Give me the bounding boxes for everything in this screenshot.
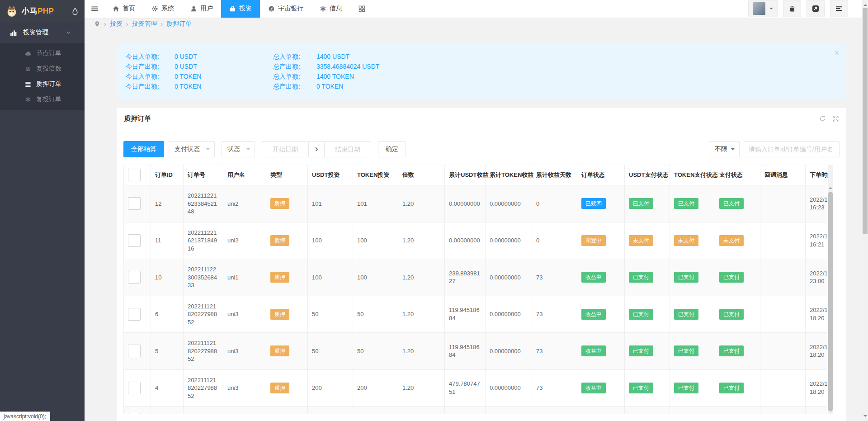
scroll-up-arrow-icon[interactable] (863, 2, 867, 6)
breadcrumb-link-投资[interactable]: 投资 (110, 20, 123, 28)
type-cell: 质押 (266, 259, 308, 296)
sidebar-item-复投订单[interactable]: 复投订单 (0, 92, 85, 107)
order-status-cell: 收益中 (577, 259, 625, 296)
sidebar-group-investment[interactable]: 投资管理 (0, 22, 85, 43)
order-id-cell (151, 407, 184, 415)
row-checkbox[interactable] (128, 197, 141, 210)
token-profit-cell (486, 407, 532, 415)
user-avatar-dropdown[interactable] (748, 0, 778, 17)
sidebar-menu: 投资管理 节点订单₪复投倍数质押订单复投订单 (0, 22, 85, 110)
username-cell: uni2 (223, 222, 266, 259)
breadcrumb: ›投资›投资管理›质押订单 (85, 18, 868, 31)
nav-item-首页[interactable]: 首页 (104, 0, 143, 18)
order-status-cell: 闲置中 (577, 222, 625, 259)
settle-all-button[interactable]: 全部结算 (123, 141, 164, 157)
row-checkbox[interactable] (128, 234, 141, 247)
stat-value: 0 TOKEN (316, 81, 837, 91)
row-checkbox[interactable] (128, 308, 141, 321)
usdt-pay-status-badge: 已支付 (629, 345, 653, 356)
row-checkbox[interactable] (128, 382, 141, 394)
close-icon[interactable]: × (834, 49, 839, 57)
column-header-TOKEN投资: TOKEN投资 (353, 165, 398, 185)
scroll-down-arrow-icon[interactable] (863, 415, 867, 419)
table-scrollbar-thumb[interactable] (828, 192, 833, 412)
column-header-累计收益天数: 累计收益天数 (532, 165, 577, 185)
panel-header: 质押订单 (117, 108, 846, 130)
row-checkbox[interactable] (128, 413, 141, 414)
open-in-new-button[interactable] (807, 0, 825, 17)
stat-label: 今日入单额: (126, 52, 175, 61)
hamburger-menu-icon[interactable] (85, 0, 104, 18)
sidebar-item-质押订单[interactable]: 质押订单 (0, 76, 85, 92)
scroll-up-arrow-icon[interactable] (829, 185, 832, 189)
row-checkbox[interactable] (128, 345, 141, 357)
column-header-订单号: 订单号 (184, 165, 223, 185)
nav-item-宇宙银行[interactable]: 宇宙银行 (260, 0, 311, 18)
column-header-倍数: 倍数 (398, 165, 445, 185)
sidebar-item-复投倍数[interactable]: ₪复投倍数 (0, 61, 85, 76)
callback-message-cell (760, 185, 806, 222)
table-scrollbar[interactable] (828, 165, 833, 414)
stat-value: 1400 TOKEN (316, 71, 837, 81)
type-cell (266, 407, 308, 415)
breadcrumb-link-质押订单[interactable]: 质押订单 (166, 20, 192, 28)
token-pay-status-badge: 未支付 (674, 235, 698, 246)
caret-down-icon (769, 8, 773, 11)
nav-item-apps[interactable] (350, 0, 373, 18)
breadcrumb-separator: › (100, 20, 110, 28)
date-range-arrow-icon[interactable] (309, 141, 324, 157)
type-badge: 质押 (270, 309, 289, 320)
status-select[interactable]: 状态 (222, 141, 255, 157)
table-row: 1120221122162137184916uni2质押1001001.200.… (124, 222, 827, 259)
sidebar-item-节点订单[interactable]: 节点订单 (0, 46, 85, 61)
stat-label: 总产出额: (273, 81, 316, 91)
page-scrollbar-thumb[interactable] (863, 8, 868, 234)
end-date-input[interactable] (324, 141, 371, 157)
pay-status-badge: 已支付 (719, 198, 744, 209)
clear-cache-button[interactable] (783, 0, 801, 17)
cloud-icon (24, 50, 32, 57)
nav-item-label: 用户 (200, 5, 213, 13)
fullscreen-icon[interactable] (832, 115, 839, 122)
type-badge: 质押 (270, 235, 289, 246)
row-checkbox[interactable] (128, 271, 141, 284)
order-id-cell: 6 (151, 296, 184, 333)
confirm-button[interactable]: 确定 (378, 141, 406, 157)
start-date-input[interactable] (262, 141, 309, 157)
app-root: 小马PHP 投资管理 节点订单₪复投倍数质押订单复投订单 首页系统用户投资宇宙银… (0, 0, 868, 421)
usdt-invest-cell: 100 (308, 259, 353, 296)
chevron-down-icon (66, 30, 71, 35)
usdt-profit-cell: 119.94518684 (445, 296, 486, 333)
page-scrollbar[interactable] (862, 0, 868, 421)
usdt-profit-cell: 119.94518684 (445, 333, 486, 370)
more-list-button[interactable] (830, 0, 848, 17)
order-status-cell: 已赎回 (577, 185, 625, 222)
type-cell: 质押 (266, 222, 308, 259)
bar-chart-icon (10, 29, 17, 36)
search-input[interactable] (744, 141, 840, 157)
search-scope-select[interactable]: 不限 (709, 141, 740, 157)
pay-status-select-value: 支付状态 (175, 145, 200, 153)
nav-item-系统[interactable]: 系统 (143, 0, 182, 18)
order-status-badge: 闲置中 (581, 235, 606, 246)
token-pay-status-cell: 已支付 (670, 185, 715, 222)
column-header-累计TOKEN收益: 累计TOKEN收益 (486, 165, 532, 185)
nav-item-信息[interactable]: 信息 (311, 0, 350, 18)
table-row: 620221112182022798852uni3质押50501.20119.9… (124, 296, 827, 333)
nav-item-投资[interactable]: 投资 (221, 0, 260, 18)
pay-status-cell: 已支付 (715, 369, 760, 407)
status-select-value: 状态 (227, 145, 240, 153)
usdt-pay-status-cell: 未支付 (625, 222, 670, 259)
column-header-下单时间: 下单时间 (806, 165, 827, 185)
callback-message-cell (760, 369, 806, 407)
type-badge: 质押 (270, 272, 289, 283)
refresh-icon[interactable] (819, 115, 826, 122)
nav-item-用户[interactable]: 用户 (182, 0, 221, 18)
pay-status-select[interactable]: 支付状态 (169, 141, 215, 157)
callback-message-cell (760, 259, 806, 296)
breadcrumb-link-投资管理[interactable]: 投资管理 (132, 20, 157, 28)
select-all-checkbox[interactable] (128, 169, 141, 181)
logo[interactable]: 小马PHP (0, 0, 85, 22)
usdt-pay-status-badge: 已支付 (629, 309, 653, 320)
column-header-USDT投资: USDT投资 (308, 165, 353, 185)
